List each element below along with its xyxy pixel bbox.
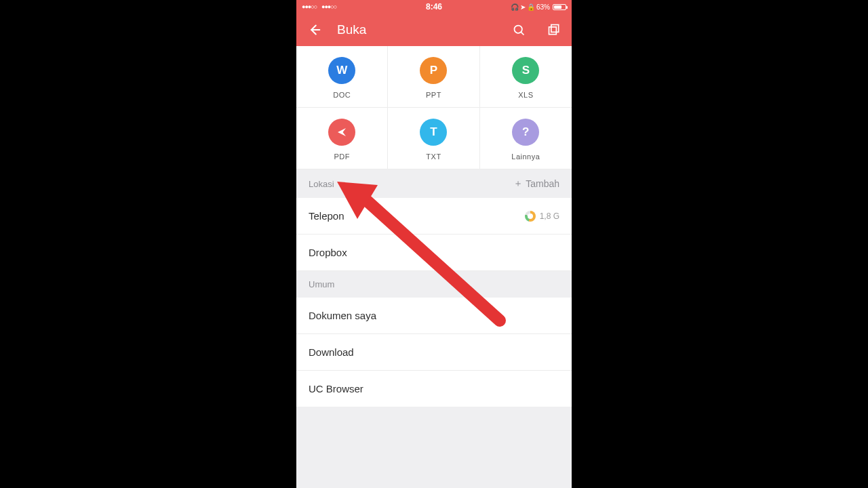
plus-icon: ＋: [513, 178, 523, 190]
section-label: Lokasi: [309, 179, 334, 189]
storage-donut-icon: [525, 211, 536, 222]
filetype-ppt[interactable]: P PPT: [388, 46, 479, 108]
filetype-xls[interactable]: S XLS: [480, 46, 572, 108]
row-label: Download: [309, 346, 354, 358]
add-label: Tambah: [526, 178, 559, 189]
filetype-label: Lainnya: [511, 152, 540, 161]
phone-frame: ●●●○○ ●●●○○ 8:46 🎧 ➤ 🔒 63% Buka W DOC: [296, 0, 572, 488]
svg-rect-1: [551, 25, 559, 33]
back-button[interactable]: [306, 22, 322, 38]
section-lokasi: Lokasi ＋ Tambah: [296, 169, 572, 198]
other-icon: ?: [512, 119, 539, 146]
xls-icon: S: [512, 57, 539, 84]
row-label: Dokumen saya: [309, 310, 376, 321]
filetype-doc[interactable]: W DOC: [296, 46, 388, 108]
status-right: 🎧 ➤ 🔒 63%: [511, 3, 566, 11]
window-button[interactable]: [546, 22, 562, 38]
pdf-icon: [328, 119, 355, 146]
ppt-icon: P: [420, 57, 447, 84]
location-telepon[interactable]: Telepon 1,8 G: [296, 198, 572, 235]
svg-rect-2: [549, 27, 557, 35]
filetype-other[interactable]: ? Lainnya: [480, 108, 572, 169]
status-signal: ●●●○○ ●●●○○: [302, 3, 336, 11]
common-uc-browser[interactable]: UC Browser: [296, 371, 572, 407]
common-dokumen-saya[interactable]: Dokumen saya: [296, 298, 572, 334]
txt-icon: T: [420, 119, 447, 146]
content-area: W DOC P PPT S XLS PDF T TXT ?: [296, 46, 572, 488]
section-label: Umum: [309, 279, 334, 289]
section-umum: Umum: [296, 271, 572, 298]
filetype-label: DOC: [333, 91, 351, 99]
doc-icon: W: [328, 57, 355, 84]
app-bar: Buka: [296, 14, 572, 46]
location-dropbox[interactable]: Dropbox: [296, 235, 572, 271]
filetype-label: TXT: [426, 152, 441, 161]
page-title: Buka: [337, 22, 496, 37]
search-button[interactable]: [511, 22, 527, 38]
row-label: Dropbox: [309, 247, 347, 258]
location-icon: ➤: [520, 3, 526, 11]
filetype-label: PPT: [426, 91, 441, 99]
filetype-grid: W DOC P PPT S XLS PDF T TXT ?: [296, 46, 572, 169]
status-time: 8:46: [426, 2, 442, 12]
filetype-pdf[interactable]: PDF: [296, 108, 388, 169]
common-download[interactable]: Download: [296, 334, 572, 371]
add-location-button[interactable]: ＋ Tambah: [513, 178, 559, 190]
battery-icon: [553, 4, 566, 10]
storage-size: 1,8 G: [540, 211, 559, 221]
row-meta: 1,8 G: [525, 211, 559, 222]
filetype-label: XLS: [518, 91, 533, 99]
filetype-label: PDF: [334, 152, 350, 161]
row-label: UC Browser: [309, 383, 363, 394]
filetype-txt[interactable]: T TXT: [388, 108, 479, 169]
row-label: Telepon: [309, 210, 344, 222]
headphone-icon: 🎧: [511, 3, 519, 11]
lock-rotation-icon: 🔒: [527, 3, 535, 11]
svg-point-0: [514, 25, 521, 33]
battery-percent: 63%: [536, 3, 550, 11]
status-bar: ●●●○○ ●●●○○ 8:46 🎧 ➤ 🔒 63%: [296, 0, 572, 14]
